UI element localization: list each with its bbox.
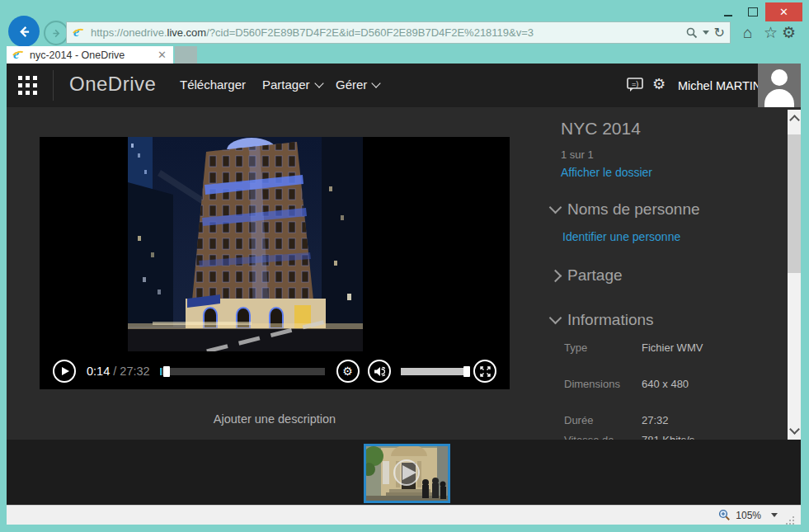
- player-settings-button[interactable]: ⚙: [336, 360, 360, 383]
- page-scrollbar[interactable]: [788, 110, 801, 440]
- progress-bar[interactable]: [160, 368, 325, 375]
- main-content: 0:14 / 27:32 ⚙: [7, 107, 801, 440]
- chevron-down-icon: [372, 78, 381, 87]
- browser-forward-button[interactable]: [44, 21, 68, 45]
- forward-arrow-icon: [52, 29, 61, 38]
- zoom-dropdown-caret[interactable]: [771, 513, 778, 517]
- onedrive-logo: OneDrive: [69, 73, 156, 96]
- feedback-icon[interactable]: =): [627, 78, 643, 92]
- details-panel: NYC 2014 1 sur 1 Afficher le dossier Nom…: [551, 107, 790, 440]
- menu-download[interactable]: Télécharger: [180, 78, 246, 92]
- identify-person-link[interactable]: Identifier une personne: [562, 230, 680, 243]
- app-launcher-icon[interactable]: [18, 76, 37, 95]
- volume-mute-button[interactable]: [368, 360, 391, 383]
- ie-site-icon: e: [72, 26, 85, 40]
- item-count: 1 sur 1: [561, 148, 594, 161]
- volume-handle[interactable]: [463, 366, 470, 377]
- chevron-down-icon: [549, 201, 562, 214]
- fullscreen-icon: [480, 366, 491, 377]
- info-row-dimensions: Dimensions640 x 480: [564, 378, 778, 390]
- refresh-icon[interactable]: ↻: [714, 26, 725, 40]
- scroll-down-arrow-icon[interactable]: [789, 424, 800, 435]
- browser-back-button[interactable]: [8, 16, 40, 47]
- info-row-bitrate: Vitesse de781 Kbits/s: [564, 434, 778, 440]
- new-tab-button[interactable]: [175, 46, 197, 64]
- search-dropdown-caret[interactable]: [703, 31, 709, 35]
- home-icon[interactable]: ⌂: [743, 24, 752, 41]
- play-button[interactable]: [53, 360, 76, 383]
- thumbnail-image: [366, 446, 448, 501]
- settings-gear-icon[interactable]: ⚙: [652, 75, 666, 93]
- url-text: https://onedrive.live.com/?cid=D560F2E89…: [91, 26, 686, 39]
- thumbnail-strip: [7, 440, 801, 505]
- volume-slider[interactable]: [401, 368, 470, 375]
- scrollbar-thumb[interactable]: [788, 134, 801, 273]
- window-resize-grip[interactable]: [786, 516, 794, 525]
- menu-manage[interactable]: Gérer: [336, 78, 379, 92]
- search-icon[interactable]: [686, 27, 698, 39]
- window-maximize-button[interactable]: [741, 2, 765, 21]
- window-minimize-button[interactable]: [716, 2, 741, 21]
- fullscreen-button[interactable]: [473, 360, 496, 383]
- panel-title: NYC 2014: [561, 119, 641, 139]
- zoom-magnifier-icon[interactable]: [718, 509, 731, 521]
- video-frame-image: [128, 137, 363, 351]
- time-display: 0:14 / 27:32: [87, 365, 150, 378]
- speaker-icon: [374, 366, 385, 377]
- zoom-level[interactable]: 105%: [736, 510, 761, 521]
- header-divider: [53, 70, 54, 101]
- progress-fill: [160, 368, 162, 375]
- video-player[interactable]: 0:14 / 27:32 ⚙: [40, 137, 510, 389]
- address-bar[interactable]: e https://onedrive.live.com/?cid=D560F2E…: [66, 21, 731, 44]
- section-information[interactable]: Informations: [551, 311, 654, 329]
- chevron-right-icon: [549, 269, 562, 282]
- onedrive-header: OneDrive Télécharger Partager Gérer =) ⚙…: [7, 64, 801, 107]
- tab-favicon: e: [12, 49, 25, 62]
- chevron-down-icon: [549, 312, 562, 325]
- open-folder-link[interactable]: Afficher le dossier: [561, 166, 652, 179]
- video-thumbnail-selected[interactable]: [364, 444, 450, 503]
- back-arrow-icon: [18, 26, 31, 38]
- progress-handle[interactable]: [163, 366, 170, 377]
- info-row-type: TypeFichier WMV: [564, 341, 778, 354]
- user-avatar[interactable]: [758, 64, 801, 107]
- tab-title: nyc-2014 - OneDrive: [30, 49, 158, 61]
- scroll-up-arrow-icon[interactable]: [789, 115, 800, 125]
- volume-fill: [401, 368, 470, 375]
- user-name[interactable]: Michel MARTIN: [678, 79, 761, 92]
- browser-status-bar: 105%: [7, 505, 801, 525]
- tab-close-icon[interactable]: ✕: [158, 49, 167, 61]
- player-controls-bar: 0:14 / 27:32 ⚙: [40, 353, 510, 389]
- window-close-button[interactable]: ✕: [765, 2, 802, 21]
- browser-tab[interactable]: e nyc-2014 - OneDrive ✕: [7, 46, 173, 64]
- chevron-down-icon: [314, 78, 323, 87]
- info-row-duration: Durée27:32: [564, 414, 778, 426]
- description-placeholder[interactable]: Ajouter une description: [40, 412, 510, 426]
- section-people-names[interactable]: Noms de personne: [551, 200, 700, 219]
- browser-settings-gear-icon[interactable]: ⚙: [782, 24, 796, 41]
- menu-share[interactable]: Partager: [262, 78, 322, 92]
- section-sharing[interactable]: Partage: [551, 266, 623, 285]
- favorites-star-icon[interactable]: ☆: [764, 24, 778, 41]
- svg-text:=): =): [632, 80, 638, 88]
